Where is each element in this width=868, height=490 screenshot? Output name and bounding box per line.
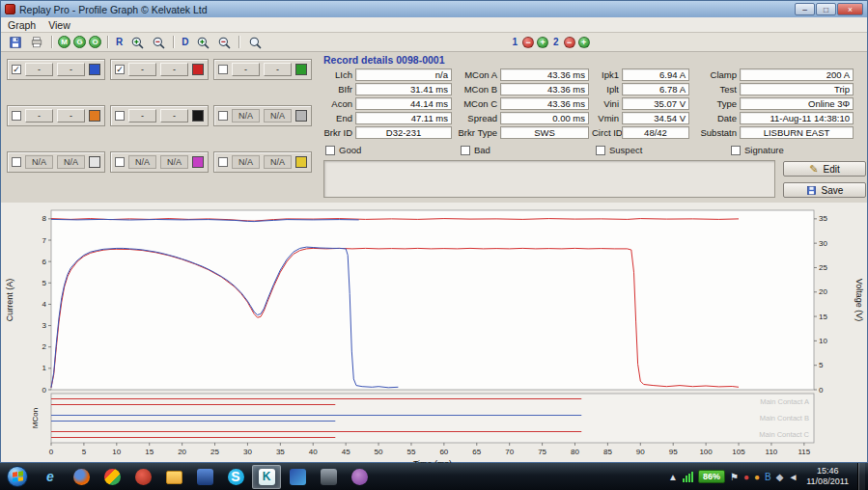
channel-1-color-swatch[interactable] [89,64,100,75]
red-circle-app-taskbar-icon[interactable] [128,465,157,489]
replay-pro-taskbar-icon[interactable]: K [252,465,281,489]
internet-explorer-taskbar-icon[interactable]: e [36,465,65,489]
firefox-taskbar-icon[interactable] [67,465,96,489]
channel-9-button-1[interactable]: N/A [232,155,260,169]
blue-window-app-taskbar-icon[interactable] [190,465,219,489]
menu-graph[interactable]: Graph [8,19,36,31]
purple-app-taskbar-icon[interactable] [345,465,374,489]
security-alert-icon[interactable]: ● [743,472,749,482]
channel-1-checkbox[interactable]: ✓ [12,65,21,74]
channel-2-checkbox[interactable]: ✓ [115,65,125,74]
print-button[interactable] [27,34,45,50]
channel-5-color-swatch[interactable] [192,110,204,122]
channel-8-button-2[interactable]: N/A [160,155,188,169]
usb-device-icon[interactable]: ◆ [776,472,784,482]
menu-view[interactable]: View [48,19,70,31]
channel-9-color-swatch[interactable] [295,156,307,168]
channel-8-checkbox[interactable] [115,157,125,167]
x-tick-label: 75 [538,448,546,456]
channel-4-color-swatch[interactable] [89,110,100,122]
channel-3-button-1[interactable]: - [232,63,260,76]
good-checkbox[interactable] [325,146,335,155]
channel-8-color-swatch[interactable] [192,156,204,168]
field-label-vmin: Vmin [592,112,619,124]
action-buttons: ✎ Edit Save [783,160,866,198]
channel-3-color-swatch[interactable] [295,64,307,75]
r-zoom-out-button[interactable] [149,34,167,50]
channel-3-button-2[interactable]: - [264,63,292,76]
notes-box[interactable] [323,160,775,198]
channel-4-checkbox[interactable] [12,111,21,121]
d-zoom-label: D [182,37,188,47]
channel-group-5: -- [110,105,209,126]
zoom-reset-button[interactable] [245,34,264,50]
marker-m-button[interactable]: M [58,36,70,48]
channel-7-color-swatch[interactable] [89,156,100,168]
maximize-button[interactable]: □ [816,3,836,15]
flag-good: Good [325,144,461,156]
channel-7-button-2[interactable]: N/A [57,155,85,169]
channel-6-button-1[interactable]: N/A [232,109,260,122]
signal-bars-icon[interactable] [683,472,693,482]
channel-5-button-2[interactable]: - [160,109,188,122]
purple-app-icon [351,469,368,485]
channel-6-color-swatch[interactable] [295,110,307,122]
start-button[interactable] [2,464,33,489]
show-hidden-icons-icon[interactable]: ▲ [668,472,678,482]
channel-1-button-2[interactable]: - [57,63,85,76]
good-label: Good [339,145,361,155]
cursor-1-remove-button[interactable]: − [522,37,534,48]
main-plot-area[interactable] [51,210,814,390]
action-center-flag-icon[interactable]: ⚑ [730,472,739,482]
field-label-type: Type [692,97,737,110]
edit-button[interactable]: ✎ Edit [783,161,866,177]
channel-1-button-1[interactable]: - [25,63,53,76]
clock[interactable]: 15:46 11/08/2011 [806,466,849,487]
x-tick-label: 15 [145,448,154,456]
d-zoom-in-button[interactable] [193,34,211,50]
show-desktop-button[interactable] [857,463,865,490]
x-tick-label: 65 [472,448,481,456]
close-button[interactable]: × [837,3,863,15]
blue-grid-app-taskbar-icon[interactable] [283,465,312,489]
channel-2-button-2[interactable]: - [160,63,188,76]
channel-7-checkbox[interactable] [12,157,21,167]
channel-5-button-1[interactable]: - [128,109,156,122]
marker-g-button[interactable]: G [73,36,86,48]
r-zoom-in-button[interactable] [127,34,146,50]
skype-taskbar-icon[interactable]: S [221,465,250,489]
channel-3-checkbox[interactable] [218,65,228,74]
marker-o-button[interactable]: O [89,36,101,48]
signature-checkbox[interactable] [731,146,741,155]
monitor-app-taskbar-icon[interactable] [314,465,343,489]
minimize-button[interactable]: – [795,3,815,15]
bad-checkbox[interactable] [461,146,470,155]
save-graph-button[interactable] [6,34,24,50]
channel-9-button-2[interactable]: N/A [264,155,292,169]
channel-5-checkbox[interactable] [115,111,125,121]
channel-4-button-2[interactable]: - [57,109,85,122]
channel-4-button-1[interactable]: - [25,109,53,122]
record-fields: LIchn/aMCon A43.36 msIpk16.94 AClamp200 … [323,68,866,139]
channel-2-color-swatch[interactable] [192,64,204,75]
signature-label: Signature [744,145,784,155]
windows-explorer-taskbar-icon[interactable] [159,465,188,489]
channel-6-checkbox[interactable] [218,111,228,121]
bluetooth-icon[interactable]: B [765,472,771,482]
suspect-checkbox[interactable] [596,146,605,155]
channel-6-button-2[interactable]: N/A [264,109,292,122]
channel-7-button-1[interactable]: N/A [25,155,53,169]
channel-8-button-1[interactable]: N/A [128,155,156,169]
battery-meter-icon[interactable]: 86% [698,470,725,483]
save-button[interactable]: Save [783,182,866,198]
d-zoom-out-button[interactable] [214,34,233,50]
cursor-2-add-button[interactable]: + [578,37,590,48]
update-notifier-icon[interactable]: ● [754,472,760,482]
chrome-taskbar-icon[interactable] [98,465,126,489]
cursor-1-add-button[interactable]: + [537,37,548,48]
channel-2-button-1[interactable]: - [128,63,156,76]
channel-9-checkbox[interactable] [218,157,228,167]
volume-icon[interactable]: ◄ [788,472,798,482]
contacts-plot-area[interactable] [51,394,814,443]
cursor-2-remove-button[interactable]: − [564,37,575,48]
